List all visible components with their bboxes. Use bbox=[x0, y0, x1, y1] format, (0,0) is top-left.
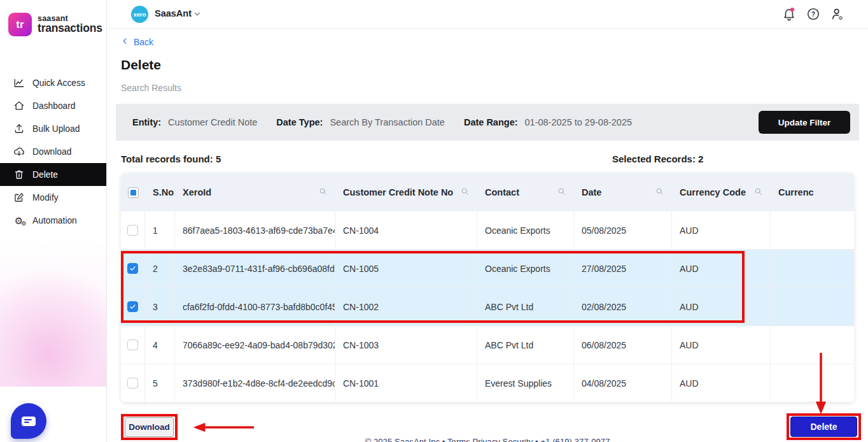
date-type-label: Date Type: bbox=[276, 117, 323, 127]
download-button[interactable]: Download bbox=[125, 417, 174, 437]
search-icon[interactable] bbox=[655, 187, 664, 198]
annotation-box-download: Download bbox=[121, 414, 178, 440]
row-checkbox[interactable] bbox=[127, 339, 138, 350]
date-type-value: Search By Transaction Date bbox=[330, 117, 445, 127]
date-range-value: 01-08-2025 to 29-08-2025 bbox=[525, 117, 633, 127]
table-cell: 2 bbox=[145, 250, 175, 287]
column-header: Currenc bbox=[771, 173, 854, 211]
page-title: Delete bbox=[121, 57, 161, 73]
table-header: S.NoXeroIdCustomer Credit Note NoContact… bbox=[121, 173, 854, 211]
row-checkbox[interactable] bbox=[127, 301, 138, 312]
sidebar-item-label: Modify bbox=[32, 193, 59, 203]
chevron-down-icon[interactable] bbox=[193, 10, 202, 21]
column-header: XeroId bbox=[175, 173, 335, 211]
filter-bar: Entity: Customer Credit Note Date Type: … bbox=[116, 104, 859, 141]
table-cell bbox=[771, 250, 854, 287]
table-cell: 4 bbox=[145, 326, 175, 364]
filter-date-range: Date Range: 01-08-2025 to 29-08-2025 bbox=[464, 117, 632, 127]
back-link[interactable]: Back bbox=[121, 37, 153, 47]
sidebar-item-download[interactable]: Download bbox=[0, 140, 106, 163]
table-cell bbox=[771, 288, 854, 325]
chevron-left-icon bbox=[121, 37, 129, 47]
table-cell: 3 bbox=[145, 288, 175, 325]
xero-logo-icon: xero bbox=[131, 6, 148, 23]
brand-mark-icon: tr bbox=[8, 13, 32, 36]
delete-button[interactable]: Delete bbox=[790, 417, 857, 437]
table-cell: 27/08/2025 bbox=[574, 250, 672, 287]
sidebar-item-label: Quick Access bbox=[32, 78, 85, 88]
bell-icon[interactable] bbox=[782, 6, 796, 22]
chat-widget-button[interactable] bbox=[11, 403, 46, 439]
sidebar-item-delete[interactable]: Delete bbox=[0, 163, 106, 186]
table-cell: Everest Supplies bbox=[477, 364, 574, 402]
table-cell bbox=[771, 364, 854, 402]
column-header: Customer Credit Note No bbox=[335, 173, 477, 211]
table-cell: 06/08/2025 bbox=[574, 326, 672, 364]
table-row[interactable]: 3cfa6f2fd-0fdd-4100-8773-bafd8b0c0f45CN-… bbox=[121, 288, 854, 326]
table-cell: AUD bbox=[672, 250, 771, 287]
update-filter-button[interactable]: Update Filter bbox=[759, 111, 850, 134]
column-header-label: Currency Code bbox=[680, 187, 746, 198]
table-cell bbox=[771, 326, 854, 364]
app-window: Back Delete Search Results Entity: Custo… bbox=[0, 0, 868, 442]
sidebar: tr saasant transactions Quick AccessDash… bbox=[0, 0, 107, 442]
table-cell: 05/08/2025 bbox=[574, 211, 672, 249]
sidebar-item-dashboard[interactable]: Dashboard bbox=[0, 94, 106, 117]
topbar: xero SaasAnt ? bbox=[107, 0, 868, 29]
sidebar-item-bulk-upload[interactable]: Bulk Upload bbox=[0, 117, 106, 140]
help-icon[interactable]: ? bbox=[806, 6, 820, 22]
table-cell: ABC Pvt Ltd bbox=[477, 288, 574, 325]
column-header-label: S.No bbox=[153, 187, 174, 198]
table-cell: 02/08/2025 bbox=[574, 288, 672, 325]
table-cell: AUD bbox=[672, 326, 771, 364]
table-cell: 86f7aea5-1803-4613-af69-cde73ba7e41b bbox=[175, 211, 335, 249]
table-cell: CN-1001 bbox=[335, 364, 477, 402]
page-subtitle: Search Results bbox=[121, 83, 181, 93]
svg-text:⚙: ⚙ bbox=[838, 15, 843, 21]
sidebar-item-modify[interactable]: Modify bbox=[0, 186, 106, 209]
search-icon[interactable] bbox=[319, 187, 327, 198]
sidebar-item-quick-access[interactable]: Quick Access bbox=[0, 71, 106, 94]
table-cell: CN-1005 bbox=[335, 250, 477, 287]
table-cell: cfa6f2fd-0fdd-4100-8773-bafd8b0c0f45 bbox=[175, 288, 335, 325]
table-cell: CN-1004 bbox=[335, 211, 477, 249]
column-header: S.No bbox=[145, 173, 175, 211]
entity-value: Customer Credit Note bbox=[168, 117, 257, 127]
table-cell: 373d980f-e1b2-4d8e-8cf4-de2eedcd9c67 bbox=[175, 364, 335, 402]
row-checkbox[interactable] bbox=[127, 378, 138, 389]
row-checkbox[interactable] bbox=[127, 225, 138, 236]
search-icon[interactable] bbox=[461, 187, 469, 198]
select-all-checkbox[interactable] bbox=[128, 187, 139, 198]
row-checkbox-cell bbox=[121, 326, 145, 364]
column-header-label: XeroId bbox=[183, 187, 211, 198]
table-cell: 5 bbox=[145, 364, 175, 402]
row-checkbox-cell bbox=[121, 211, 145, 249]
table-row[interactable]: 186f7aea5-1803-4613-af69-cde73ba7e41bCN-… bbox=[121, 211, 854, 250]
table-cell: Oceanic Exports bbox=[477, 250, 574, 287]
user-settings-icon[interactable]: ⚙ bbox=[830, 6, 844, 22]
annotation-box-delete: Delete bbox=[787, 413, 861, 440]
home-icon bbox=[13, 100, 25, 112]
filter-date-type: Date Type: Search By Transaction Date bbox=[276, 117, 445, 127]
cloud-download-icon bbox=[13, 146, 25, 158]
table-row[interactable]: 23e2e83a9-0711-431f-af96-cb696a08fd7bCN-… bbox=[121, 250, 854, 288]
table-row[interactable]: 5373d980f-e1b2-4d8e-8cf4-de2eedcd9c67CN-… bbox=[121, 364, 854, 403]
annotation-arrow-download bbox=[193, 422, 256, 433]
sidebar-item-label: Delete bbox=[32, 170, 58, 180]
org-name[interactable]: SaasAnt bbox=[155, 8, 192, 18]
search-icon[interactable] bbox=[557, 187, 566, 198]
column-header: Contact bbox=[477, 173, 574, 211]
search-icon[interactable] bbox=[754, 187, 762, 198]
sidebar-gradient-decor bbox=[0, 241, 106, 387]
table-row[interactable]: 47066a89c-ee92-4a09-bad4-08b79d3020b2CN-… bbox=[121, 326, 854, 364]
sidebar-item-automation[interactable]: ⚙⚙Automation bbox=[0, 209, 106, 232]
row-checkbox-cell bbox=[121, 364, 145, 402]
main-content: Back Delete Search Results Entity: Custo… bbox=[107, 0, 868, 442]
column-header-label: Customer Credit Note No bbox=[343, 187, 453, 198]
row-checkbox[interactable] bbox=[127, 263, 138, 274]
results-table: S.NoXeroIdCustomer Credit Note NoContact… bbox=[121, 173, 854, 403]
selected-records-count: Selected Records: 2 bbox=[612, 153, 703, 164]
table-cell: AUD bbox=[672, 211, 771, 249]
edit-icon bbox=[13, 192, 25, 204]
column-header-label: Contact bbox=[485, 187, 519, 198]
